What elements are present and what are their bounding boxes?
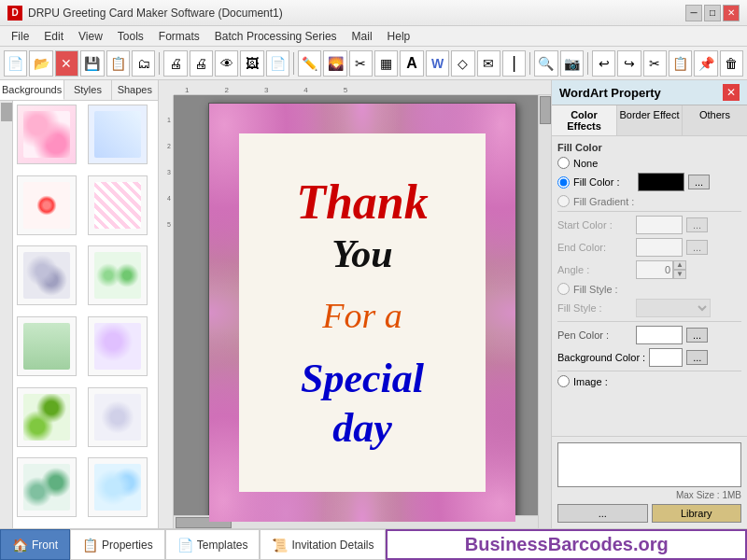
scissors-button[interactable]: ✂ (643, 50, 667, 77)
zoom-button[interactable]: 🔍 (534, 50, 557, 77)
bg-thumb-4[interactable] (88, 175, 148, 235)
bg-thumb-11[interactable] (17, 457, 77, 517)
start-color-dots-button: ... (686, 217, 708, 232)
canvas-scrollbar-h[interactable] (174, 515, 538, 528)
library-button[interactable]: Library (652, 504, 742, 523)
menu-batch-processing[interactable]: Batch Processing Series (207, 28, 345, 45)
angle-row: Angle : ▲ ▼ (557, 260, 741, 279)
tab-styles[interactable]: Styles (64, 80, 111, 100)
bottom-bar: 🏠 Front 📋 Properties 📄 Templates 📜 Invit… (0, 528, 747, 560)
copy-button[interactable]: 📋 (669, 50, 692, 77)
canvas-you-text[interactable]: You (331, 231, 392, 276)
tab-front[interactable]: 🏠 Front (0, 529, 70, 560)
maximize-button[interactable]: □ (704, 5, 721, 21)
tab-border-effect[interactable]: Border Effect (617, 105, 683, 135)
bg-thumb-8[interactable] (88, 316, 148, 376)
image-radio[interactable] (557, 375, 570, 387)
pdf-button[interactable]: 📄 (266, 50, 289, 77)
bg-color-swatch[interactable] (649, 348, 683, 367)
fill-color-dots-button[interactable]: ... (688, 175, 710, 189)
bg-thumb-1[interactable] (17, 105, 77, 164)
sidebar: Backgrounds Styles Shapes (0, 80, 159, 528)
paste-button[interactable]: 📌 (694, 50, 717, 77)
canvas-fora-text[interactable]: For a (322, 295, 402, 336)
close-button[interactable]: ✕ (55, 50, 78, 77)
delete-button[interactable]: 🗑 (720, 50, 743, 77)
canvas-day-text[interactable]: day (332, 404, 392, 452)
image-dots-button[interactable]: ... (557, 504, 648, 523)
fill-color-label: Fill Color : (573, 176, 634, 188)
bg-thumb-7[interactable] (17, 316, 77, 376)
bg-thumb-5[interactable] (17, 245, 77, 305)
bg-thumb-2[interactable] (88, 105, 148, 164)
image-path-textarea[interactable] (557, 442, 741, 487)
close-window-button[interactable]: ✕ (723, 5, 740, 21)
new-button[interactable]: 📄 (4, 50, 27, 77)
none-radio[interactable] (557, 157, 570, 169)
shape-button[interactable]: ◇ (451, 50, 474, 77)
greeting-card-canvas: Thank You For a Special day (208, 103, 516, 523)
fill-gradient-radio[interactable] (557, 195, 570, 207)
fill-color-swatch[interactable] (638, 173, 684, 191)
folder-button[interactable]: 🗂 (132, 50, 155, 77)
preview-button[interactable]: 👁 (215, 50, 238, 77)
panel-content: Fill Color None Fill Color : ... Fill Gr… (552, 136, 747, 436)
pencil-button[interactable]: ✏️ (298, 50, 321, 77)
tab-properties[interactable]: 📋 Properties (70, 529, 165, 560)
panel-bottom: Max Size : 1MB ... Library (552, 436, 747, 528)
sidebar-scrollbar[interactable] (0, 101, 13, 528)
wordart-button[interactable]: W (426, 50, 449, 77)
panel-close-button[interactable]: ✕ (723, 84, 740, 101)
image2-button[interactable]: 🌄 (323, 50, 346, 77)
menu-help[interactable]: Help (380, 28, 418, 45)
menu-formats[interactable]: Formats (151, 28, 207, 45)
menu-tools[interactable]: Tools (110, 28, 151, 45)
image-button[interactable]: 🖼 (240, 50, 263, 77)
bg-thumb-10[interactable] (88, 387, 148, 447)
barcode-button[interactable]: ▦ (374, 50, 398, 77)
redo-button[interactable]: ↪ (617, 50, 641, 77)
menu-view[interactable]: View (71, 28, 110, 45)
undo-button[interactable]: ↩ (592, 50, 615, 77)
tab-backgrounds[interactable]: Backgrounds (0, 80, 64, 100)
pen-color-label: Pen Color : (557, 329, 632, 341)
fill-style-header: Fill Style : (573, 284, 618, 295)
bg-thumb-9[interactable] (17, 387, 77, 447)
open-button[interactable]: 📂 (29, 50, 52, 77)
envelope-button[interactable]: ✉ (477, 50, 500, 77)
print2-button[interactable]: 🖨 (190, 50, 213, 77)
save-button[interactable]: 💾 (80, 50, 104, 77)
canvas-scrollbar-v[interactable] (538, 95, 551, 528)
bg-color-label: Background Color : (557, 352, 645, 363)
pen-color-dots-button[interactable]: ... (686, 328, 708, 343)
bg-thumb-12[interactable] (88, 457, 148, 517)
tab-color-effects[interactable]: Color Effects (552, 105, 617, 135)
card-inner: Thank You For a Special day (239, 133, 486, 492)
print-button[interactable]: 🖨 (163, 50, 187, 77)
pen-color-swatch[interactable] (636, 326, 683, 344)
bg-thumb-6[interactable] (88, 245, 148, 305)
clip-button[interactable]: ✂ (349, 50, 373, 77)
tab-templates[interactable]: 📄 Templates (165, 529, 261, 560)
menu-edit[interactable]: Edit (36, 28, 71, 45)
right-panel: WordArt Property ✕ Color Effects Border … (551, 80, 747, 528)
bg-color-dots-button[interactable]: ... (686, 350, 708, 365)
tab-invitation-details[interactable]: 📜 Invitation Details (260, 529, 386, 560)
tab-others[interactable]: Others (683, 105, 747, 135)
bg-thumb-3[interactable] (17, 175, 77, 235)
none-radio-row: None (557, 157, 741, 169)
canvas-thank-text[interactable]: Thank (296, 175, 429, 230)
text-button[interactable]: A (400, 50, 423, 77)
fill-color-radio[interactable] (557, 176, 570, 189)
save-as-button[interactable]: 📋 (106, 50, 130, 77)
line-button[interactable]: | (502, 50, 526, 77)
canvas-special-text[interactable]: Special (301, 355, 424, 402)
start-color-row: Start Color : ... (557, 216, 741, 234)
minimize-button[interactable]: ─ (685, 5, 702, 21)
menu-mail[interactable]: Mail (345, 28, 380, 45)
menu-file[interactable]: File (4, 28, 36, 45)
tab-shapes[interactable]: Shapes (112, 80, 158, 100)
camera-button[interactable]: 📷 (560, 50, 584, 77)
business-barcodes-banner[interactable]: BusinessBarcodes.org (386, 529, 747, 560)
canvas-wrapper[interactable]: Thank You For a Special day (174, 95, 551, 528)
